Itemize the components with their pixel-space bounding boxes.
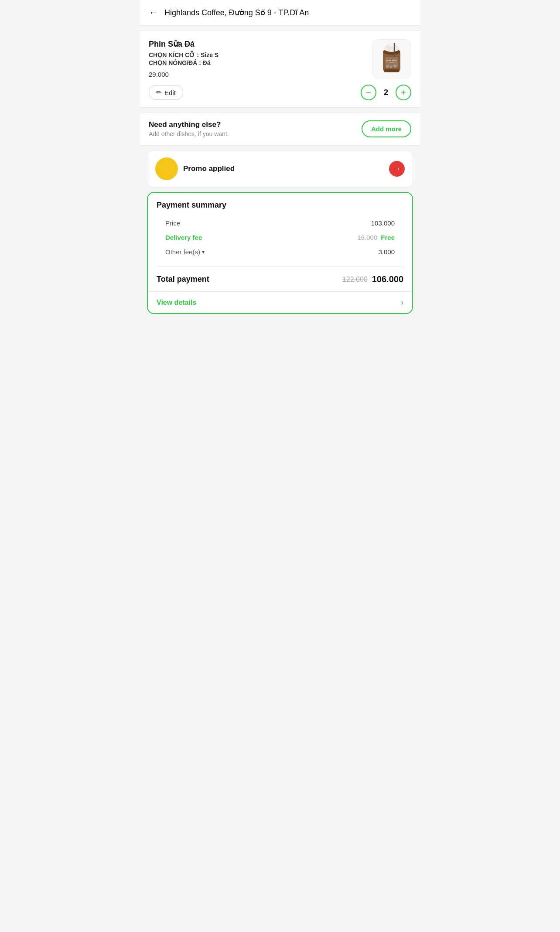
price-value: 103.000 <box>371 219 395 227</box>
back-button[interactable]: ← <box>149 8 158 17</box>
item-info: Phin Sữa Đá CHỌN KÍCH CỠ : Size S CHỌN N… <box>149 39 365 78</box>
add-more-subtitle: Add other dishes, if you want. <box>149 130 229 137</box>
delivery-original-value: 16.000 <box>357 234 377 241</box>
svg-rect-5 <box>394 43 395 57</box>
other-fee-value: 3.000 <box>378 248 395 256</box>
header-title: Highlands Coffee, Đường Số 9 - TP.Dĩ An <box>164 8 309 17</box>
item-option-temp: CHỌN NÓNG/ĐÁ : Đá <box>149 59 365 66</box>
add-more-title: Need anything else? <box>149 120 229 129</box>
item-name: Phin Sữa Đá <box>149 39 365 49</box>
decrease-quantity-button[interactable]: − <box>361 85 376 100</box>
promo-label: Promo applied <box>183 164 235 173</box>
total-final-value: 106.000 <box>372 274 403 284</box>
add-more-button[interactable]: Add more <box>362 120 411 137</box>
svg-text:COFFEE: COFFEE <box>389 62 395 64</box>
delivery-fee-row: Delivery fee 16.000 Free <box>165 230 395 245</box>
payment-rows: Price 103.000 Delivery fee 16.000 Free O… <box>157 216 403 259</box>
item-section: Phin Sữa Đá CHỌN KÍCH CỠ : Size S CHỌN N… <box>140 30 420 108</box>
promo-section[interactable]: % ✦ ✦ Promo applied → <box>147 150 413 188</box>
add-more-text: Need anything else? Add other dishes, if… <box>149 120 229 137</box>
quantity-value: 2 <box>382 88 389 97</box>
chevron-down-icon: ▾ <box>202 249 205 255</box>
payment-section: Payment summary Price 103.000 Delivery f… <box>147 192 413 314</box>
total-original-value: 122.000 <box>342 276 368 283</box>
delivery-fee-label: Delivery fee <box>165 234 202 241</box>
pencil-icon: ✏ <box>156 89 162 96</box>
svg-text:%: % <box>164 167 169 172</box>
view-details-row[interactable]: View details › <box>148 291 412 313</box>
total-label: Total payment <box>157 275 209 284</box>
promo-arrow-button[interactable]: → <box>389 161 405 177</box>
payment-divider <box>157 266 403 266</box>
delivery-free-label: Free <box>381 234 395 241</box>
view-details-arrow-icon: › <box>401 298 403 307</box>
other-fee-label[interactable]: Other fee(s) ▾ <box>165 248 205 256</box>
promo-icon: % ✦ ✦ <box>155 157 178 180</box>
other-fee-row: Other fee(s) ▾ 3.000 <box>165 245 395 259</box>
payment-title: Payment summary <box>157 201 403 210</box>
item-image: HIGHLANDS COFFEE <box>372 39 411 79</box>
price-label: Price <box>165 219 180 227</box>
svg-rect-9 <box>386 65 389 68</box>
svg-rect-14 <box>161 166 172 172</box>
edit-button[interactable]: ✏ Edit <box>149 85 183 100</box>
add-more-section: Need anything else? Add other dishes, if… <box>140 112 420 146</box>
svg-text:✦: ✦ <box>170 170 171 172</box>
item-option-size: CHỌN KÍCH CỠ : Size S <box>149 51 365 58</box>
promo-left: % ✦ ✦ Promo applied <box>155 157 235 180</box>
total-values: 122.000 106.000 <box>342 274 403 284</box>
delivery-values: 16.000 Free <box>357 234 395 241</box>
svg-rect-11 <box>394 65 396 68</box>
quantity-controls: − 2 + <box>361 85 411 100</box>
total-row: Total payment 122.000 106.000 <box>148 269 412 291</box>
increase-quantity-button[interactable]: + <box>396 85 411 100</box>
svg-text:HIGHLANDS: HIGHLANDS <box>386 59 397 61</box>
header: ← Highlands Coffee, Đường Số 9 - TP.Dĩ A… <box>140 0 420 26</box>
item-price: 29.000 <box>149 71 365 78</box>
svg-text:✦: ✦ <box>162 165 164 167</box>
svg-rect-12 <box>384 69 399 72</box>
price-row: Price 103.000 <box>165 216 395 230</box>
svg-rect-13 <box>161 166 172 172</box>
view-details-label: View details <box>157 299 196 307</box>
item-actions: ✏ Edit − 2 + <box>149 85 411 100</box>
svg-rect-10 <box>390 66 393 68</box>
payment-header: Payment summary Price 103.000 Delivery f… <box>148 193 412 263</box>
